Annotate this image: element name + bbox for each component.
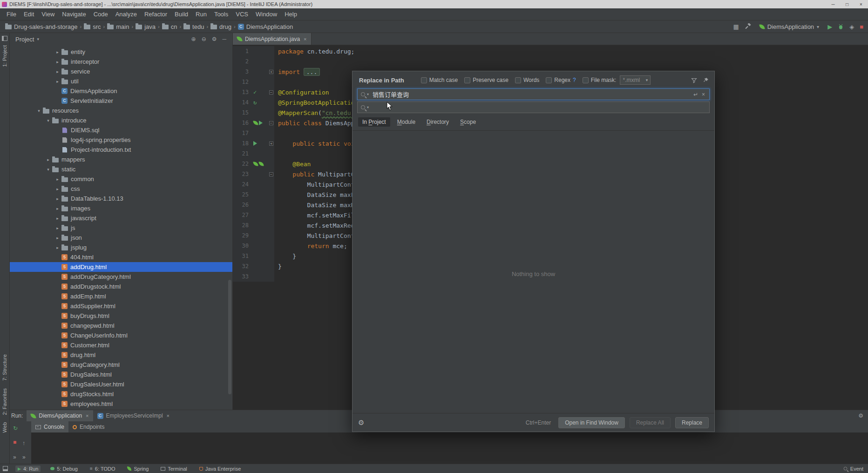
tree-item-css[interactable]: ▸css (10, 184, 232, 194)
tree-item-addemp-html[interactable]: 5addEmp.html (10, 291, 232, 301)
tree-item-adddrugstock-html[interactable]: 5addDrugstock.html (10, 282, 232, 291)
hide-panel-icon[interactable]: ─ (221, 36, 228, 42)
close-icon[interactable]: × (85, 413, 88, 419)
menu-item-build[interactable]: Build (171, 9, 192, 19)
menu-item-analyze[interactable]: Analyze (112, 9, 141, 19)
option-match-case[interactable]: Match case (421, 77, 458, 83)
stop-icon[interactable]: ■ (13, 439, 16, 446)
tree-item-drugsalesuser-html[interactable]: 5DrugSalesUser.html (10, 379, 232, 389)
option-preserve-case[interactable]: Preserve case (464, 77, 509, 83)
tree-item-images[interactable]: ▸images (10, 203, 232, 213)
menu-item-vcs[interactable]: VCS (232, 9, 252, 19)
menu-item-help[interactable]: Help (281, 9, 301, 19)
option-file-mask[interactable]: File mask: (583, 77, 617, 83)
gear-icon[interactable]: ⚙ (857, 412, 868, 419)
tree-item-util[interactable]: ▸util (10, 76, 232, 86)
tree-item-drug-html[interactable]: 5drug.html (10, 350, 232, 360)
tree-item-customer-html[interactable]: 5Customer.html (10, 340, 232, 350)
replace-input[interactable] (373, 104, 706, 111)
status-item-5-debug[interactable]: 5: Debug (48, 466, 80, 472)
gear-icon[interactable]: ⚙ (210, 36, 218, 42)
tree-item-addsupplier-html[interactable]: 5addSupplier.html (10, 301, 232, 311)
tree-item-changeuserinfo-html[interactable]: 5ChangeUserInfo.html (10, 331, 232, 340)
pin-icon[interactable] (703, 77, 709, 83)
search-history-icon[interactable]: ▾ (367, 92, 369, 96)
menu-item-navigate[interactable]: Navigate (58, 9, 89, 19)
option-words[interactable]: Words (515, 77, 539, 83)
tree-item-changepwd-html[interactable]: 5changepwd.html (10, 321, 232, 331)
breadcrumb-item-src[interactable]: src (82, 23, 102, 31)
minimize-button[interactable]: ─ (826, 0, 840, 8)
chevron-right-icon[interactable]: ▸ (54, 216, 61, 221)
chevron-down-icon[interactable]: ▾ (44, 118, 52, 123)
search-input[interactable] (373, 91, 691, 98)
tree-item-diemsapplication[interactable]: CDiemsApplication (10, 86, 232, 96)
scope-module[interactable]: Module (393, 117, 420, 127)
menu-item-refactor[interactable]: Refactor (141, 9, 171, 19)
project-tool-window-icon[interactable] (2, 36, 7, 41)
replace-field[interactable]: ▾ (357, 101, 710, 113)
folded-code[interactable]: ... (304, 68, 320, 76)
status-item-java-enterprise[interactable]: Java Enterprise (197, 466, 243, 472)
tool-window-button-2-favorites[interactable]: 2: Favorites (2, 388, 7, 415)
tree-item-json[interactable]: ▸json (10, 233, 232, 243)
chevron-right-icon[interactable]: ▸ (54, 60, 61, 64)
menu-item-edit[interactable]: Edit (20, 9, 38, 19)
chevron-right-icon[interactable]: ▸ (44, 157, 52, 162)
tree-item-adddrug-html[interactable]: 5addDrug.html (10, 262, 232, 272)
menu-item-window[interactable]: Window (252, 9, 281, 19)
stop-button[interactable]: ■ (860, 23, 863, 30)
chevron-down-icon[interactable]: ▾ (44, 167, 52, 172)
menu-item-view[interactable]: View (38, 9, 58, 19)
file-mask-combo[interactable]: *.mxml▾ (620, 75, 651, 85)
bean-check-icon[interactable]: ✓ (253, 89, 257, 95)
run-gutter-icon[interactable] (253, 141, 257, 146)
status-item-6-todo[interactable]: ≡6: TODO (88, 466, 117, 472)
more-icon[interactable]: » (22, 454, 26, 460)
chevron-right-icon[interactable]: ▸ (54, 245, 61, 250)
filter-icon[interactable] (691, 77, 697, 83)
chevron-right-icon[interactable]: ▸ (54, 50, 61, 54)
run-gutter-icon[interactable] (259, 121, 263, 125)
breadcrumb-item-diemsapplication[interactable]: CDiemsApplication (237, 23, 294, 31)
breadcrumb-item-drug-sales-and-storage[interactable]: Drug-sales-and-storage (4, 23, 79, 31)
status-item-spring[interactable]: Spring (125, 466, 151, 472)
breadcrumb-item-java[interactable]: java (134, 23, 157, 31)
close-icon[interactable]: × (303, 36, 306, 42)
tree-item-service[interactable]: ▸service (10, 67, 232, 76)
maximize-button[interactable]: □ (840, 0, 854, 8)
tree-item-common[interactable]: ▸common (10, 174, 232, 184)
tool-window-button-web[interactable]: Web (2, 422, 7, 432)
run-button[interactable]: ▶ (827, 23, 832, 30)
spring-bean-icon[interactable] (258, 161, 264, 166)
event-log-button[interactable]: Event (843, 466, 863, 472)
tree-item-interceptor[interactable]: ▸interceptor (10, 57, 232, 67)
tree-item-introduce[interactable]: ▾introduce (10, 115, 232, 125)
checkbox-icon[interactable] (583, 77, 589, 83)
locate-icon[interactable]: ⊕ (190, 36, 197, 42)
menu-item-tools[interactable]: Tools (210, 9, 232, 19)
search-field[interactable]: ▾ ↵ × (357, 88, 710, 100)
tree-item-diems-sql[interactable]: DIEMS.sql (10, 125, 232, 135)
scope-directory[interactable]: Directory (422, 117, 453, 127)
close-icon[interactable]: × (166, 413, 170, 419)
tree-item-drugsales-html[interactable]: 5DrugSales.html (10, 370, 232, 379)
fold-collapse-icon[interactable]: − (269, 172, 273, 176)
chevron-right-icon[interactable]: ▸ (54, 206, 61, 211)
tool-window-button-7-structure[interactable]: 7: Structure (2, 354, 7, 381)
scrollbar[interactable] (228, 280, 231, 394)
breadcrumb-item-main[interactable]: main (106, 23, 130, 31)
chevron-right-icon[interactable]: ▸ (54, 226, 61, 230)
checkbox-icon[interactable] (464, 77, 470, 83)
rerun-icon[interactable]: ↻ (13, 425, 18, 432)
tree-item-employees-html[interactable]: 5employees.html (10, 399, 232, 409)
tree-item-log4j-spring-properties[interactable]: log4j-spring.properties (10, 135, 232, 145)
checkbox-icon[interactable] (515, 77, 521, 83)
chevron-right-icon[interactable]: ▸ (54, 79, 61, 84)
gear-icon[interactable]: ⚙ (358, 419, 364, 427)
regex-help-link[interactable]: ? (573, 77, 576, 83)
tree-item-javascript[interactable]: ▸javascript (10, 213, 232, 223)
more-icon[interactable]: » (13, 454, 16, 460)
chevron-right-icon[interactable]: ▸ (54, 177, 61, 182)
status-item-4-run[interactable]: ▶4: Run (15, 466, 41, 472)
